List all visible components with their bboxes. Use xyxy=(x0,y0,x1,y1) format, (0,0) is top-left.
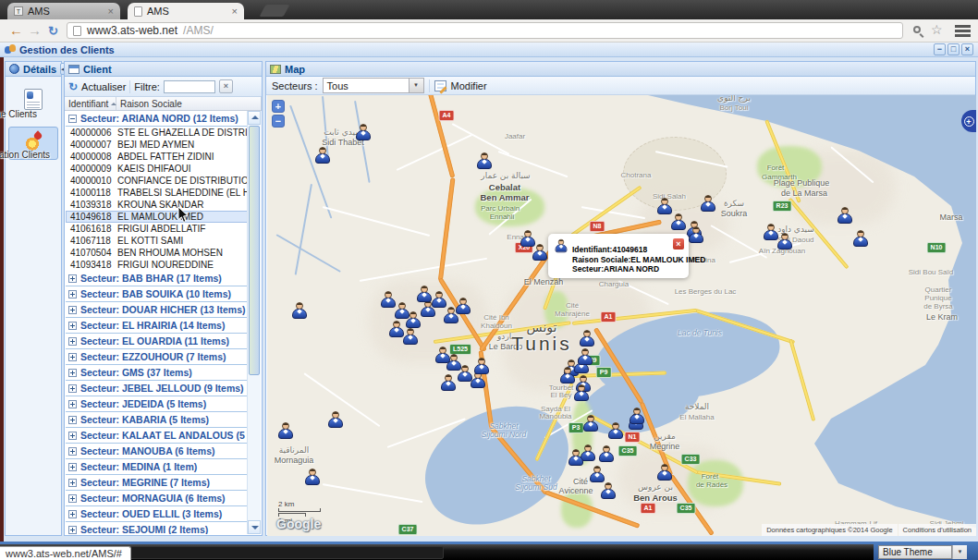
theme-select[interactable]: Blue Theme ▼ xyxy=(878,545,967,559)
group-row[interactable]: Secteur: SEJOUMI (2 Items) xyxy=(66,522,249,534)
group-row[interactable]: Secteur: GMS (37 Items) xyxy=(66,365,249,381)
reload-icon[interactable]: ↻ xyxy=(48,23,58,40)
table-row[interactable]: 41000118TRABELSI SLAHEDDINE (EL HAMED xyxy=(66,187,249,199)
client-marker[interactable] xyxy=(389,321,404,337)
filter-input[interactable] xyxy=(164,80,215,93)
client-marker[interactable] xyxy=(328,411,343,428)
group-row[interactable]: Secteur: JEDEIDA (5 Items) xyxy=(66,396,249,412)
tab-close-icon[interactable]: × xyxy=(108,6,114,17)
expand-group-icon[interactable] xyxy=(68,432,77,440)
expand-group-icon[interactable] xyxy=(68,463,77,471)
table-row[interactable]: 41039318KROUNA SKANDAR xyxy=(66,199,249,211)
expand-group-icon[interactable] xyxy=(68,400,77,408)
table-row[interactable]: 40000010CONFIANCE DE DISTRIBUTION xyxy=(66,175,249,187)
client-marker[interactable] xyxy=(837,207,852,224)
zoom-out-button[interactable]: − xyxy=(272,115,285,128)
scroll-up-icon[interactable] xyxy=(248,111,261,125)
column-raison-sociale[interactable]: Raison Sociale xyxy=(116,97,262,110)
client-marker[interactable] xyxy=(657,464,672,481)
table-row[interactable]: 41061618FRIGUI ABDELLATIF xyxy=(66,223,249,235)
client-marker[interactable] xyxy=(477,152,492,169)
expand-group-icon[interactable] xyxy=(68,322,77,330)
tab-close-icon[interactable]: × xyxy=(232,6,238,17)
client-marker[interactable] xyxy=(599,445,614,462)
group-row[interactable]: Secteur: EZZOUHOUR (7 Items) xyxy=(66,349,249,365)
client-marker[interactable] xyxy=(406,311,421,328)
client-marker[interactable] xyxy=(590,466,605,482)
client-marker[interactable] xyxy=(580,330,594,347)
window-restore-icon[interactable]: □ xyxy=(947,43,960,55)
client-marker[interactable] xyxy=(671,213,686,230)
map-canvas[interactable]: A4X20N8A1A1N1R23N10L525N9P9P3C35C33C35C3… xyxy=(267,95,976,536)
menu-icon[interactable] xyxy=(955,25,971,37)
group-row[interactable]: Secteur: KABARIA (5 Items) xyxy=(66,412,249,428)
group-row-expanded[interactable]: Secteur: ARIANA NORD (12 Items) xyxy=(66,111,249,127)
expand-group-icon[interactable] xyxy=(68,479,77,487)
client-marker[interactable] xyxy=(292,302,307,319)
chevron-down-icon[interactable]: ▼ xyxy=(409,79,423,92)
expand-group-icon[interactable] xyxy=(68,510,77,518)
scroll-down-icon[interactable] xyxy=(248,520,261,534)
client-marker[interactable] xyxy=(456,298,471,314)
refresh-button[interactable]: Actualiser xyxy=(81,81,126,92)
table-row[interactable]: 40000007BEJI MED AYMEN xyxy=(66,139,249,151)
group-row[interactable]: Secteur: MEGRINE (7 Items) xyxy=(66,475,249,491)
client-marker[interactable] xyxy=(356,124,371,140)
scrollbar-thumb[interactable] xyxy=(249,126,260,375)
client-marker[interactable] xyxy=(574,384,589,401)
table-row[interactable]: 41067118EL KOTTI SAMI xyxy=(66,235,249,247)
expand-group-icon[interactable] xyxy=(68,337,77,346)
bookmark-star-icon[interactable]: ☆ xyxy=(931,22,943,37)
expand-group-icon[interactable] xyxy=(68,494,77,503)
group-row[interactable]: Secteur: EL OUARDIA (11 Items) xyxy=(66,334,249,349)
client-marker[interactable] xyxy=(441,374,456,391)
client-marker[interactable] xyxy=(583,415,598,432)
table-row[interactable]: 41049618EL MAMLOUK IMED xyxy=(66,211,249,223)
client-marker[interactable] xyxy=(432,291,446,308)
expand-group-icon[interactable] xyxy=(68,353,77,361)
expand-group-icon[interactable] xyxy=(68,447,77,456)
group-row[interactable]: Secteur: MORNAGUIA (6 Items) xyxy=(66,491,249,506)
address-bar[interactable]: www3.ats-web.net/AMS/ xyxy=(67,22,903,39)
client-marker[interactable] xyxy=(560,367,575,383)
modifier-button[interactable]: Modifier xyxy=(451,80,487,91)
sidebar-item-localisation-clients[interactable]: Localisation Clients xyxy=(8,127,58,160)
new-tab-button[interactable] xyxy=(260,5,290,17)
client-marker[interactable] xyxy=(853,230,868,247)
client-marker[interactable] xyxy=(305,469,320,485)
client-marker[interactable] xyxy=(315,147,330,164)
client-marker[interactable] xyxy=(417,286,432,302)
group-row[interactable]: Secteur: MEDINA (1 Item) xyxy=(66,459,249,475)
expand-group-icon[interactable] xyxy=(68,526,77,534)
expand-group-icon[interactable] xyxy=(68,290,77,298)
client-marker[interactable] xyxy=(764,224,778,240)
forward-icon[interactable]: → xyxy=(28,22,42,39)
group-row[interactable]: Secteur: BAB SOUIKA (10 Items) xyxy=(66,286,249,302)
clear-filter-icon[interactable]: × xyxy=(219,79,233,93)
browser-tab-2[interactable]: AMS × xyxy=(128,3,244,19)
expand-group-icon[interactable] xyxy=(68,369,77,377)
sidebar-item-fiche-clients[interactable]: Fiche Clients xyxy=(8,84,58,119)
client-marker[interactable] xyxy=(381,291,396,308)
window-close-icon[interactable]: × xyxy=(961,43,973,55)
group-row[interactable]: Secteur: EL HRAIRIA (14 Items) xyxy=(66,318,249,334)
client-marker[interactable] xyxy=(474,358,489,374)
client-marker[interactable] xyxy=(777,233,792,250)
table-row[interactable]: 41093418FRIGUI NOUREDDINE xyxy=(66,259,249,271)
table-row[interactable]: 40000008ABDEL FATTEH ZIDINI xyxy=(66,151,249,163)
search-icon[interactable] xyxy=(913,26,921,33)
group-row[interactable]: Secteur: OUED ELLIL (3 Items) xyxy=(66,506,249,522)
group-row[interactable]: Secteur: JEBEL JELLOUD (9 Items) xyxy=(66,381,249,396)
table-row[interactable]: 41070504BEN RHOUMA MOHSEN xyxy=(66,247,249,259)
terms-link[interactable]: Conditions d'utilisation xyxy=(899,524,976,536)
browser-tab-1[interactable]: T AMS × xyxy=(7,3,120,19)
collapse-group-icon[interactable] xyxy=(68,115,77,123)
client-marker[interactable] xyxy=(689,226,703,243)
table-row[interactable]: 40000006STE EL GHAZELLA DE DISTRIBUTIO xyxy=(66,127,249,139)
back-icon[interactable]: ← xyxy=(9,22,23,39)
client-marker[interactable] xyxy=(657,198,672,214)
expand-group-icon[interactable] xyxy=(68,306,77,314)
client-marker[interactable] xyxy=(701,195,715,212)
chevron-down-icon[interactable]: ▼ xyxy=(952,545,967,559)
secteurs-select[interactable]: Tous ▼ xyxy=(323,78,424,93)
